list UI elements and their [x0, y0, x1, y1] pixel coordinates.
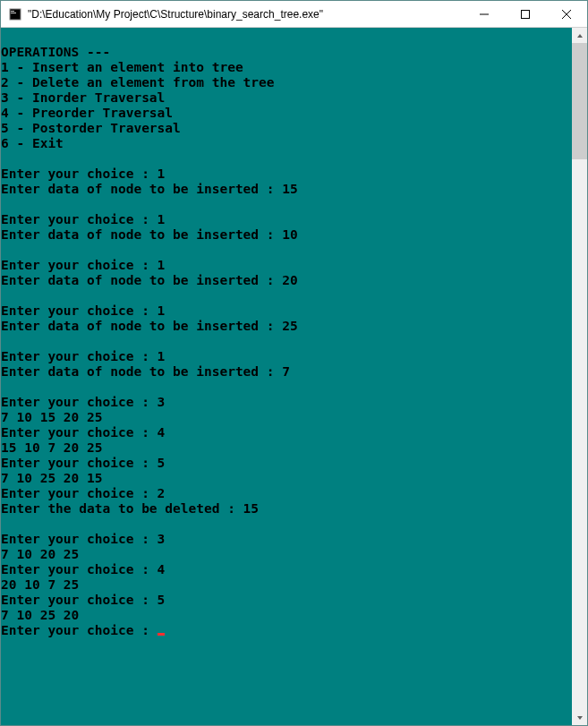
svg-marker-8	[577, 716, 583, 720]
console-line: 6 - Exit	[1, 136, 572, 151]
console-line: Enter data of node to be inserted : 15	[1, 182, 572, 197]
svg-rect-0	[10, 9, 21, 20]
console-output[interactable]: OPERATIONS ---1 - Insert an element into…	[1, 28, 572, 725]
console-line: Enter your choice : 4	[1, 425, 572, 440]
console-line: 1 - Insert an element into tree	[1, 60, 572, 75]
titlebar: "D:\Education\My Project\C\Structure\bin…	[1, 1, 587, 28]
console-prompt: Enter your choice :	[1, 623, 158, 637]
console-line: 7 10 20 25	[1, 547, 572, 562]
scroll-down-button[interactable]	[572, 710, 587, 725]
vertical-scrollbar[interactable]	[572, 28, 587, 725]
console-line	[1, 334, 572, 349]
console-prompt-line: Enter your choice :	[1, 623, 572, 638]
console-line: 20 10 7 25	[1, 577, 572, 593]
scroll-up-button[interactable]	[572, 28, 587, 43]
svg-marker-7	[577, 34, 583, 38]
cursor	[158, 633, 165, 636]
app-icon	[8, 7, 22, 21]
console-line: Enter data of node to be inserted : 20	[1, 273, 572, 288]
console-line: Enter data of node to be inserted : 25	[1, 319, 572, 334]
console-line: 7 10 25 20 15	[1, 471, 572, 486]
console-line	[1, 517, 572, 532]
svg-rect-1	[11, 11, 14, 12]
console-line: Enter data of node to be inserted : 10	[1, 227, 572, 243]
console-line: 7 10 15 20 25	[1, 410, 572, 425]
console-line: Enter your choice : 1	[1, 303, 572, 319]
console-line: 2 - Delete an element from the tree	[1, 75, 572, 90]
scrollbar-thumb[interactable]	[572, 43, 587, 159]
console-line: 3 - Inorder Traversal	[1, 90, 572, 106]
console-line: 15 10 7 20 25	[1, 440, 572, 456]
console-window: "D:\Education\My Project\C\Structure\bin…	[0, 0, 588, 726]
console-line: Enter your choice : 1	[1, 167, 572, 182]
console-line: Enter your choice : 1	[1, 349, 572, 364]
console-line	[1, 197, 572, 212]
console-line: 5 - Postorder Traversal	[1, 121, 572, 136]
window-controls	[464, 1, 587, 27]
console-line: Enter your choice : 2	[1, 486, 572, 501]
console-line: Enter your choice : 3	[1, 395, 572, 410]
console-line	[1, 30, 572, 45]
console-line: OPERATIONS ---	[1, 45, 572, 60]
console-line	[1, 288, 572, 303]
scrollbar-track[interactable]	[572, 43, 587, 710]
close-button[interactable]	[546, 1, 587, 27]
console-line	[1, 380, 572, 395]
console-line: 4 - Preorder Traversal	[1, 106, 572, 121]
console-line: Enter your choice : 4	[1, 562, 572, 577]
maximize-button[interactable]	[505, 1, 546, 27]
window-title: "D:\Education\My Project\C\Structure\bin…	[28, 8, 464, 21]
svg-rect-2	[11, 13, 16, 13]
console-line	[1, 243, 572, 258]
console-line: 7 10 25 20	[1, 608, 572, 623]
minimize-button[interactable]	[464, 1, 505, 27]
console-line: Enter your choice : 1	[1, 212, 572, 227]
console-line: Enter the data to be deleted : 15	[1, 501, 572, 517]
console-line: Enter your choice : 1	[1, 258, 572, 273]
console-line: Enter your choice : 5	[1, 593, 572, 608]
console-line: Enter your choice : 3	[1, 532, 572, 547]
console-line: Enter data of node to be inserted : 7	[1, 364, 572, 380]
console-area: OPERATIONS ---1 - Insert an element into…	[1, 28, 587, 725]
console-line: Enter your choice : 5	[1, 456, 572, 471]
svg-rect-4	[522, 10, 530, 18]
console-line	[1, 151, 572, 167]
